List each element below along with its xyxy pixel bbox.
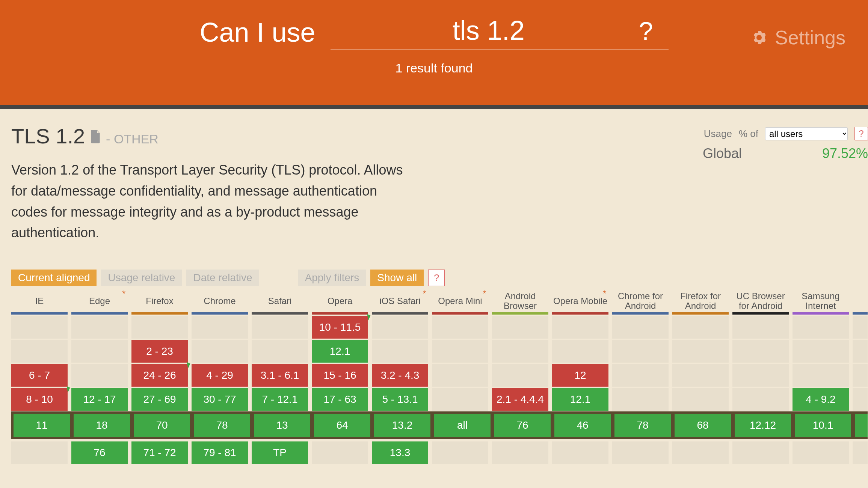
- browser-header[interactable]: Opera Mini*: [432, 290, 488, 312]
- version-cell[interactable]: 4 - 29: [192, 364, 248, 387]
- search-help-icon[interactable]: ?: [639, 16, 653, 45]
- filter-help-icon[interactable]: ?: [428, 270, 445, 286]
- browser-header[interactable]: Samsung Internet: [793, 290, 849, 312]
- version-cell: [732, 441, 789, 464]
- current-version-cell[interactable]: 12.12: [735, 414, 791, 437]
- version-cell[interactable]: 27 - 69: [131, 388, 188, 411]
- version-cell: [612, 364, 669, 387]
- browser-header[interactable]: Edge*: [71, 290, 128, 312]
- browser-header[interactable]: UC Browser for Android: [732, 290, 789, 312]
- version-cell: [612, 340, 669, 363]
- usage-select[interactable]: all users: [765, 127, 848, 140]
- tab-usage-relative[interactable]: Usage relative: [101, 270, 182, 286]
- browser-header[interactable]: Firefox: [131, 290, 188, 312]
- version-cell: [312, 441, 368, 464]
- version-cell[interactable]: 12: [552, 364, 608, 387]
- current-version-cell[interactable]: 64: [314, 414, 370, 437]
- version-cell[interactable]: 76: [71, 441, 128, 464]
- version-cell[interactable]: 13.3: [372, 441, 428, 464]
- usage-help-icon[interactable]: ?: [854, 127, 868, 140]
- version-cell: [732, 364, 789, 387]
- note-star-icon: *: [603, 290, 606, 298]
- browser-header[interactable]: Android Browser: [492, 290, 548, 312]
- current-version-cell[interactable]: 76: [494, 414, 551, 437]
- version-cell[interactable]: TP: [252, 441, 308, 464]
- version-cell: [552, 340, 608, 363]
- version-cell[interactable]: 6 - 7: [11, 364, 68, 387]
- site-title: Can I use: [199, 17, 315, 48]
- show-all-button[interactable]: Show all: [370, 270, 424, 286]
- current-version-cell[interactable]: all: [434, 414, 491, 437]
- current-version-cell[interactable]: 13: [254, 414, 310, 437]
- current-version-cell[interactable]: 68: [675, 414, 731, 437]
- pct-of-label: % of: [739, 128, 758, 140]
- filter-row: Current aligned Usage relative Date rela…: [11, 270, 857, 286]
- apply-filters-button[interactable]: Apply filters: [298, 270, 366, 286]
- version-cell[interactable]: 7 - 12.1: [252, 388, 308, 411]
- feature-description: Version 1.2 of the Transport Layer Secur…: [11, 160, 409, 243]
- version-cell: [853, 316, 868, 339]
- browser-header[interactable]: Safari: [252, 290, 308, 312]
- tab-current-aligned[interactable]: Current aligned: [11, 270, 97, 286]
- site-header: Can I use ? Settings 1 result found: [0, 0, 868, 105]
- version-cell[interactable]: 12.1: [312, 340, 368, 363]
- version-cell: [432, 340, 488, 363]
- version-cell[interactable]: 12.1: [552, 388, 608, 411]
- current-version-cell[interactable]: [855, 414, 868, 437]
- version-cell: [853, 340, 868, 363]
- version-cell[interactable]: 15 - 16: [312, 364, 368, 387]
- search-input[interactable]: [346, 15, 631, 46]
- version-cell: [612, 441, 669, 464]
- browser-header[interactable]: Opera: [312, 290, 368, 312]
- browser-header[interactable]: Chrome for Android: [612, 290, 669, 312]
- current-version-cell[interactable]: 13.2: [374, 414, 430, 437]
- current-version-cell[interactable]: 46: [554, 414, 611, 437]
- current-version-cell[interactable]: 78: [194, 414, 250, 437]
- version-cell: [432, 388, 488, 411]
- version-cell: [492, 441, 548, 464]
- current-version-cell[interactable]: 11: [14, 414, 70, 437]
- browser-header[interactable]: IE: [11, 290, 68, 312]
- version-cell: [732, 316, 789, 339]
- version-cell[interactable]: 79 - 81: [192, 441, 248, 464]
- version-cell[interactable]: 71 - 72: [131, 441, 188, 464]
- version-cell: [612, 316, 669, 339]
- version-cell[interactable]: 10 - 11.5: [312, 316, 368, 339]
- version-cell[interactable]: 12 - 17: [71, 388, 128, 411]
- version-cell: [492, 316, 548, 339]
- version-cell[interactable]: 3.2 - 4.3: [372, 364, 428, 387]
- version-cell[interactable]: 2.1 - 4.4.4: [492, 388, 548, 411]
- version-cell: [853, 441, 868, 464]
- current-version-cell[interactable]: 78: [614, 414, 671, 437]
- current-version-cell[interactable]: 18: [74, 414, 130, 437]
- version-cell[interactable]: 5 - 13.1: [372, 388, 428, 411]
- version-cell[interactable]: 17 - 63: [312, 388, 368, 411]
- version-cell[interactable]: 30 - 77: [192, 388, 248, 411]
- feature-category: - OTHER: [106, 132, 159, 146]
- current-version-cell[interactable]: 70: [134, 414, 190, 437]
- version-cell: [672, 364, 729, 387]
- current-version-cell[interactable]: 10.1: [795, 414, 851, 437]
- version-cell: [252, 340, 308, 363]
- version-cell: [131, 316, 188, 339]
- browser-header[interactable]: Opera Mobile*: [552, 290, 608, 312]
- version-cell: [552, 441, 608, 464]
- version-cell[interactable]: 24 - 26: [131, 364, 188, 387]
- browser-header[interactable]: Q: [853, 290, 868, 312]
- note-star-icon: *: [122, 290, 125, 298]
- version-cell: [71, 364, 128, 387]
- settings-label: Settings: [775, 26, 845, 49]
- version-cell[interactable]: 3.1 - 6.1: [252, 364, 308, 387]
- version-cell: [71, 316, 128, 339]
- browser-header[interactable]: Chrome: [192, 290, 248, 312]
- settings-button[interactable]: Settings: [750, 26, 845, 49]
- browser-header[interactable]: Firefox for Android: [672, 290, 729, 312]
- version-cell[interactable]: 2 - 23: [131, 340, 188, 363]
- tab-date-relative[interactable]: Date relative: [186, 270, 259, 286]
- version-cell[interactable]: 8 - 10: [11, 388, 68, 411]
- usage-global-pct: 97.52%: [822, 146, 868, 161]
- gear-icon: [750, 29, 768, 47]
- browser-header[interactable]: iOS Safari*: [372, 290, 428, 312]
- version-cell[interactable]: 4 - 9.2: [793, 388, 849, 411]
- version-cell: [192, 340, 248, 363]
